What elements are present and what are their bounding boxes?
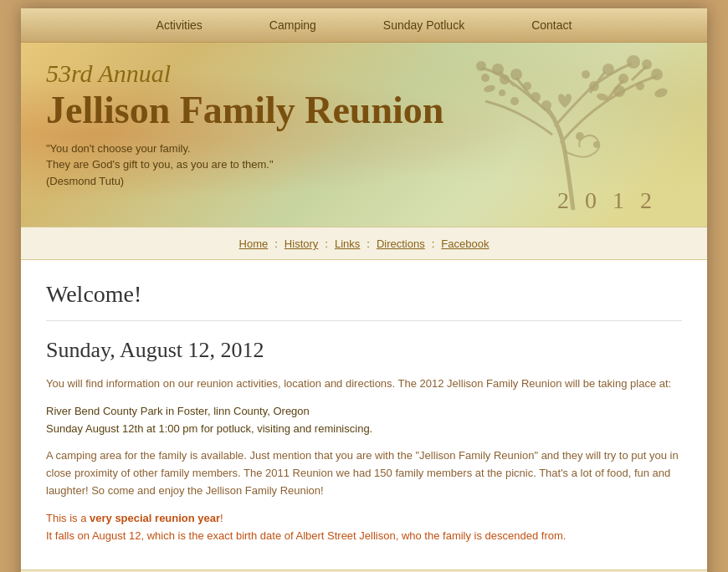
breadcrumb-links[interactable]: Links bbox=[335, 237, 360, 250]
header-banner: 53rd Annual Jellison Family Reunion "You… bbox=[21, 43, 707, 227]
year-text: 2 0 1 2 bbox=[557, 187, 657, 214]
location-paragraph: River Bend County Park in Foster, linn C… bbox=[46, 403, 682, 438]
breadcrumb-sep-3: : bbox=[367, 237, 370, 250]
special-line3: It falls on August 12, which is the exac… bbox=[46, 529, 566, 542]
special-exclamation: ! bbox=[220, 512, 223, 524]
navigation-bar: Activities Camping Sunday Potluck Contac… bbox=[21, 8, 707, 43]
date-heading: Sunday, August 12, 2012 bbox=[46, 338, 682, 363]
breadcrumb-sep-1: : bbox=[274, 237, 278, 250]
annual-text: 53rd Annual bbox=[46, 59, 682, 88]
nav-contact[interactable]: Contact bbox=[531, 18, 572, 32]
svg-point-22 bbox=[576, 132, 584, 140]
breadcrumb-directions[interactable]: Directions bbox=[377, 237, 425, 250]
camping-paragraph: A camping area for the family is availab… bbox=[46, 447, 682, 499]
breadcrumb-history[interactable]: History bbox=[285, 237, 318, 250]
breadcrumb-nav: Home : History : Links : Directions : Fa… bbox=[21, 227, 707, 260]
breadcrumb-facebook[interactable]: Facebook bbox=[441, 237, 489, 250]
main-content: Welcome! Sunday, August 12, 2012 You wil… bbox=[21, 260, 707, 569]
special-bold-text: very special reunion year bbox=[90, 512, 220, 524]
location-line1: River Bend County Park in Foster, linn C… bbox=[46, 405, 310, 417]
nav-sunday-potluck[interactable]: Sunday Potluck bbox=[383, 18, 464, 32]
breadcrumb-sep-2: : bbox=[325, 237, 328, 250]
welcome-heading: Welcome! bbox=[46, 281, 682, 321]
quote-text: "You don't choose your family. They are … bbox=[46, 140, 682, 190]
intro-paragraph: You will find information on our reunion… bbox=[46, 375, 682, 393]
nav-activities[interactable]: Activities bbox=[156, 18, 203, 32]
breadcrumb-sep-4: : bbox=[432, 237, 435, 250]
reunion-title: Jellison Family Reunion bbox=[46, 89, 682, 132]
nav-camping[interactable]: Camping bbox=[269, 18, 316, 32]
breadcrumb-home[interactable]: Home bbox=[239, 237, 269, 250]
special-prefix: This is a bbox=[46, 512, 90, 524]
special-paragraph: This is a very special reunion year! It … bbox=[46, 510, 682, 545]
location-line2: Sunday August 12th at 1:00 pm for potluc… bbox=[46, 422, 372, 435]
